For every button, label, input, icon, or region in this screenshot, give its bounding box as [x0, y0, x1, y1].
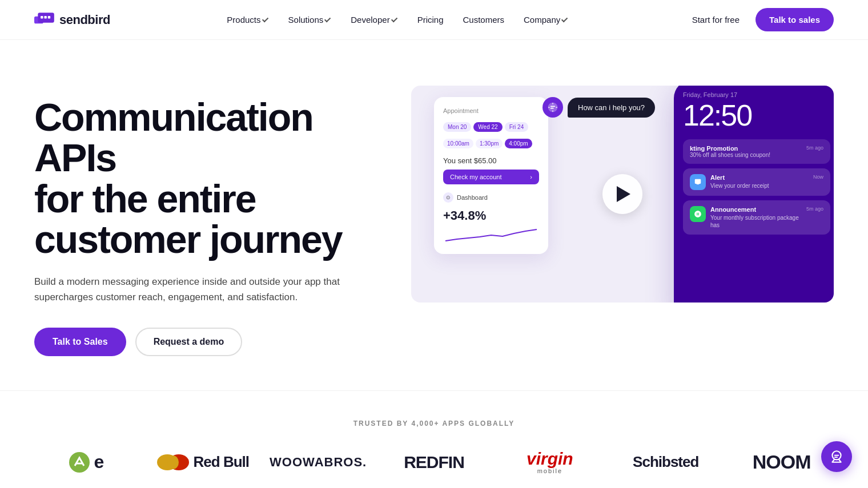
- promo-text: 30% off all shoes using coupon!: [690, 152, 770, 158]
- request-demo-button[interactable]: Request a demo: [135, 328, 243, 356]
- announcement-icon: [690, 206, 706, 222]
- date-pill-fri[interactable]: Fri 24: [505, 122, 529, 132]
- envato-icon: [69, 452, 90, 473]
- date-pill-mon[interactable]: Mon 20: [443, 122, 471, 132]
- alert-time: Now: [813, 174, 823, 180]
- phone-clock: 12:50: [683, 100, 830, 130]
- announcement-text: Your monthly subscription package has: [710, 214, 802, 229]
- alert-icon: [690, 174, 706, 190]
- redbull-label: Red Bull: [194, 453, 249, 471]
- nav-item-customers[interactable]: Customers: [455, 10, 513, 29]
- hero-title: Communication APIs for the entire custom…: [34, 97, 388, 260]
- alert-text: View your order receipt: [710, 182, 809, 189]
- check-account-button[interactable]: Check my account ›: [443, 170, 539, 184]
- announcement-title: Announcement: [710, 206, 802, 213]
- chevron-down-icon: [561, 15, 568, 22]
- navigation: sendbird Products Solutions Developer Pr…: [0, 0, 868, 40]
- sent-amount: You sent $65.00: [443, 156, 539, 165]
- nav-item-pricing[interactable]: Pricing: [409, 10, 452, 29]
- logo-redfin: REDFIN: [382, 453, 487, 472]
- nav-item-developer[interactable]: Developer: [343, 10, 405, 29]
- schibsted-label: Schibsted: [633, 453, 698, 471]
- hero-section: Communication APIs for the entire custom…: [0, 40, 868, 390]
- chatbot-message: How can i help you?: [568, 98, 655, 118]
- envato-label: e: [94, 451, 105, 473]
- nav-item-products[interactable]: Products: [219, 10, 276, 29]
- logo-row: e Red Bull WOOWABROS. REDFIN: [34, 450, 834, 474]
- redfin-label: REDFIN: [404, 453, 464, 472]
- announcement-content: Announcement Your monthly subscription p…: [710, 206, 802, 229]
- phone-mockup: Friday, February 17 12:50 kting Promotio…: [674, 86, 834, 303]
- hero-subtitle: Build a modern messaging experience insi…: [34, 274, 354, 305]
- woowabros-label: WOOWABROS.: [270, 455, 367, 470]
- logo-schibsted: Schibsted: [613, 453, 718, 471]
- chat-fab-button[interactable]: [821, 441, 852, 472]
- logo-text: sendbird: [59, 13, 110, 27]
- logo-redbull: Red Bull: [150, 452, 255, 473]
- chatbot-avatar: [542, 97, 563, 118]
- appointment-card: Appointment Mon 20 Wed 22 Fri 24 10:00am…: [434, 97, 548, 254]
- promo-title: kting Promotion: [690, 145, 770, 152]
- time-pill-3[interactable]: 4:00pm: [505, 139, 532, 148]
- time-pill-2[interactable]: 1:30pm: [476, 139, 503, 148]
- trusted-label: TRUSTED BY 4,000+ APPS GLOBALLY: [34, 420, 834, 427]
- chevron-down-icon: [324, 15, 331, 22]
- logo-icon: [34, 12, 56, 28]
- chat-bot-fab-icon: [829, 449, 844, 464]
- appointment-label: Appointment: [443, 107, 539, 114]
- logo-noom: NOOM: [729, 451, 834, 473]
- logo-envato: e: [34, 451, 139, 473]
- play-button[interactable]: [602, 174, 642, 214]
- talk-to-sales-button[interactable]: Talk to sales: [756, 8, 834, 31]
- nav-actions: Start for free Talk to sales: [685, 8, 834, 31]
- svg-rect-4: [48, 16, 50, 18]
- trusted-section: TRUSTED BY 4,000+ APPS GLOBALLY e: [0, 390, 868, 488]
- talk-to-sales-hero-button[interactable]: Talk to Sales: [34, 328, 126, 356]
- nav-item-company[interactable]: Company: [516, 10, 576, 29]
- time-pill-1[interactable]: 10:00am: [443, 139, 473, 148]
- nav-links: Products Solutions Developer Pricing Cus…: [219, 10, 576, 29]
- svg-rect-6: [695, 179, 701, 184]
- alert-notification: Alert View your order receipt Now: [683, 168, 830, 196]
- play-icon: [617, 186, 630, 202]
- time-pills: 10:00am 1:30pm 4:00pm: [443, 139, 539, 148]
- hero-left: Communication APIs for the entire custom…: [34, 86, 388, 356]
- svg-rect-2: [41, 16, 43, 18]
- date-pill-wed[interactable]: Wed 22: [473, 122, 502, 132]
- logo-virgin: virgin mobile: [497, 450, 602, 474]
- redbull-icon: [156, 452, 190, 473]
- alert-title: Alert: [710, 174, 809, 181]
- svg-point-7: [69, 452, 90, 473]
- chevron-down-icon: [391, 15, 397, 22]
- nav-item-solutions[interactable]: Solutions: [280, 10, 340, 29]
- hero-visual: Appointment Mon 20 Wed 22 Fri 24 10:00am…: [411, 86, 834, 303]
- dashboard-icon: ⊙: [443, 192, 453, 203]
- svg-rect-3: [44, 16, 46, 18]
- announcement-time: 5m ago: [806, 206, 823, 212]
- metric-value: +34.8%: [443, 208, 539, 223]
- logo[interactable]: sendbird: [34, 12, 110, 28]
- promo-notification: kting Promotion 30% off all shoes using …: [683, 139, 830, 164]
- logo-woowabros: WOOWABROS.: [266, 455, 371, 470]
- phone-date: Friday, February 17: [683, 91, 830, 98]
- chat-bubble-area: How can i help you?: [542, 97, 655, 118]
- metric-chart: [443, 227, 539, 244]
- alert-content: Alert View your order receipt: [710, 174, 809, 189]
- start-free-link[interactable]: Start for free: [685, 10, 746, 29]
- hero-buttons: Talk to Sales Request a demo: [34, 328, 388, 356]
- announcement-notification: Announcement Your monthly subscription p…: [683, 200, 830, 235]
- promo-time: 5m ago: [806, 145, 823, 151]
- noom-label: NOOM: [753, 451, 811, 473]
- date-pills: Mon 20 Wed 22 Fri 24: [443, 122, 539, 132]
- svg-point-10: [167, 455, 179, 469]
- chevron-down-icon: [262, 15, 268, 22]
- dashboard-label: ⊙ Dashboard: [443, 192, 539, 203]
